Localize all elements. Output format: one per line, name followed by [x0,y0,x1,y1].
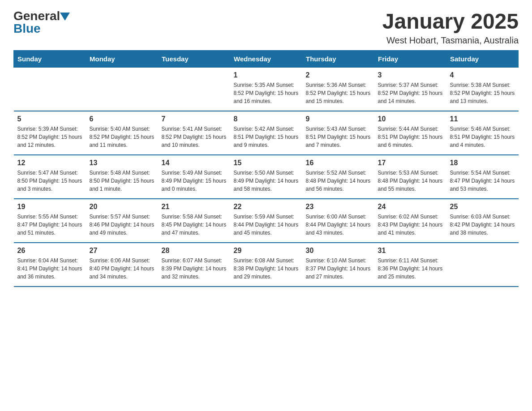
calendar-cell: 20Sunrise: 5:57 AM Sunset: 8:46 PM Dayli… [86,199,158,243]
calendar-cell: 4Sunrise: 5:38 AM Sunset: 8:52 PM Daylig… [446,68,519,111]
calendar-cell: 9Sunrise: 5:43 AM Sunset: 8:51 PM Daylig… [302,111,374,155]
day-info: Sunrise: 5:59 AM Sunset: 8:44 PM Dayligh… [234,213,299,237]
col-monday: Monday [86,51,158,68]
col-friday: Friday [374,51,446,68]
day-info: Sunrise: 5:37 AM Sunset: 8:52 PM Dayligh… [378,81,443,105]
calendar-cell: 29Sunrise: 6:08 AM Sunset: 8:38 PM Dayli… [230,243,302,287]
calendar-cell [158,68,230,111]
day-info: Sunrise: 5:44 AM Sunset: 8:51 PM Dayligh… [378,125,443,149]
calendar-cell: 27Sunrise: 6:06 AM Sunset: 8:40 PM Dayli… [86,243,158,287]
logo-blue-text: Blue [13,21,41,36]
calendar-cell: 26Sunrise: 6:04 AM Sunset: 8:41 PM Dayli… [14,243,86,287]
day-number: 15 [234,159,299,167]
day-info: Sunrise: 5:52 AM Sunset: 8:48 PM Dayligh… [306,169,371,193]
day-info: Sunrise: 6:11 AM Sunset: 8:36 PM Dayligh… [378,257,443,281]
day-info: Sunrise: 5:43 AM Sunset: 8:51 PM Dayligh… [306,125,371,149]
calendar-cell: 6Sunrise: 5:40 AM Sunset: 8:52 PM Daylig… [86,111,158,155]
day-number: 12 [17,159,82,167]
day-info: Sunrise: 6:03 AM Sunset: 8:42 PM Dayligh… [450,213,515,237]
calendar-table: Sunday Monday Tuesday Wednesday Thursday… [13,50,519,287]
day-number: 6 [90,115,154,123]
calendar-cell: 14Sunrise: 5:49 AM Sunset: 8:49 PM Dayli… [158,155,230,199]
calendar-cell: 8Sunrise: 5:42 AM Sunset: 8:51 PM Daylig… [230,111,302,155]
day-number: 7 [162,115,227,123]
calendar-cell: 16Sunrise: 5:52 AM Sunset: 8:48 PM Dayli… [302,155,374,199]
day-info: Sunrise: 5:47 AM Sunset: 8:50 PM Dayligh… [17,169,82,193]
day-number: 31 [378,247,443,255]
calendar-week-row: 26Sunrise: 6:04 AM Sunset: 8:41 PM Dayli… [14,243,519,287]
calendar-cell: 24Sunrise: 6:02 AM Sunset: 8:43 PM Dayli… [374,199,446,243]
day-info: Sunrise: 6:04 AM Sunset: 8:41 PM Dayligh… [17,257,82,281]
calendar-cell: 5Sunrise: 5:39 AM Sunset: 8:52 PM Daylig… [14,111,86,155]
day-number: 5 [17,115,82,123]
logo: General Blue [13,9,70,36]
calendar-cell: 2Sunrise: 5:36 AM Sunset: 8:52 PM Daylig… [302,68,374,111]
day-info: Sunrise: 5:41 AM Sunset: 8:52 PM Dayligh… [162,125,227,149]
day-number: 27 [90,247,154,255]
calendar-cell: 7Sunrise: 5:41 AM Sunset: 8:52 PM Daylig… [158,111,230,155]
calendar-cell: 25Sunrise: 6:03 AM Sunset: 8:42 PM Dayli… [446,199,519,243]
day-number: 26 [17,247,82,255]
day-number: 25 [450,203,515,211]
day-info: Sunrise: 6:08 AM Sunset: 8:38 PM Dayligh… [234,257,299,281]
col-thursday: Thursday [302,51,374,68]
day-info: Sunrise: 5:55 AM Sunset: 8:47 PM Dayligh… [17,213,82,237]
calendar-cell: 15Sunrise: 5:50 AM Sunset: 8:49 PM Dayli… [230,155,302,199]
day-info: Sunrise: 5:53 AM Sunset: 8:48 PM Dayligh… [378,169,443,193]
day-number: 22 [234,203,299,211]
location: West Hobart, Tasmania, Australia [382,35,519,46]
calendar-header-row: Sunday Monday Tuesday Wednesday Thursday… [14,51,519,68]
calendar-cell: 10Sunrise: 5:44 AM Sunset: 8:51 PM Dayli… [374,111,446,155]
day-number: 21 [162,203,227,211]
calendar-cell: 18Sunrise: 5:54 AM Sunset: 8:47 PM Dayli… [446,155,519,199]
day-number: 24 [378,203,443,211]
day-number: 4 [450,71,515,79]
day-number: 9 [306,115,371,123]
day-number: 17 [378,159,443,167]
calendar-cell: 31Sunrise: 6:11 AM Sunset: 8:36 PM Dayli… [374,243,446,287]
calendar-cell: 3Sunrise: 5:37 AM Sunset: 8:52 PM Daylig… [374,68,446,111]
day-info: Sunrise: 6:10 AM Sunset: 8:37 PM Dayligh… [306,257,371,281]
day-info: Sunrise: 6:07 AM Sunset: 8:39 PM Dayligh… [162,257,227,281]
day-info: Sunrise: 5:50 AM Sunset: 8:49 PM Dayligh… [234,169,299,193]
calendar-cell [446,243,519,287]
calendar-cell: 22Sunrise: 5:59 AM Sunset: 8:44 PM Dayli… [230,199,302,243]
col-sunday: Sunday [14,51,86,68]
day-number: 19 [17,203,82,211]
calendar-cell [14,68,86,111]
title-area: January 2025 West Hobart, Tasmania, Aust… [382,9,519,46]
day-number: 23 [306,203,371,211]
calendar-cell: 12Sunrise: 5:47 AM Sunset: 8:50 PM Dayli… [14,155,86,199]
calendar-cell: 23Sunrise: 6:00 AM Sunset: 8:44 PM Dayli… [302,199,374,243]
col-wednesday: Wednesday [230,51,302,68]
day-info: Sunrise: 5:36 AM Sunset: 8:52 PM Dayligh… [306,81,371,105]
day-number: 28 [162,247,227,255]
day-info: Sunrise: 5:58 AM Sunset: 8:45 PM Dayligh… [162,213,227,237]
day-number: 11 [450,115,515,123]
day-info: Sunrise: 6:02 AM Sunset: 8:43 PM Dayligh… [378,213,443,237]
day-info: Sunrise: 5:35 AM Sunset: 8:52 PM Dayligh… [234,81,299,105]
day-info: Sunrise: 6:00 AM Sunset: 8:44 PM Dayligh… [306,213,371,237]
day-info: Sunrise: 5:46 AM Sunset: 8:51 PM Dayligh… [450,125,515,149]
day-info: Sunrise: 5:38 AM Sunset: 8:52 PM Dayligh… [450,81,515,105]
day-number: 8 [234,115,299,123]
calendar-cell: 1Sunrise: 5:35 AM Sunset: 8:52 PM Daylig… [230,68,302,111]
day-number: 29 [234,247,299,255]
day-number: 3 [378,71,443,79]
day-info: Sunrise: 6:06 AM Sunset: 8:40 PM Dayligh… [90,257,154,281]
calendar-cell: 17Sunrise: 5:53 AM Sunset: 8:48 PM Dayli… [374,155,446,199]
col-tuesday: Tuesday [158,51,230,68]
month-title: January 2025 [382,9,519,34]
day-info: Sunrise: 5:54 AM Sunset: 8:47 PM Dayligh… [450,169,515,193]
calendar-week-row: 5Sunrise: 5:39 AM Sunset: 8:52 PM Daylig… [14,111,519,155]
calendar-cell: 13Sunrise: 5:48 AM Sunset: 8:50 PM Dayli… [86,155,158,199]
day-number: 20 [90,203,154,211]
day-number: 13 [90,159,154,167]
day-info: Sunrise: 5:49 AM Sunset: 8:49 PM Dayligh… [162,169,227,193]
day-number: 14 [162,159,227,167]
day-number: 30 [306,247,371,255]
page-header: General Blue January 2025 West Hobart, T… [13,9,519,46]
day-info: Sunrise: 5:57 AM Sunset: 8:46 PM Dayligh… [90,213,154,237]
day-number: 16 [306,159,371,167]
day-number: 18 [450,159,515,167]
